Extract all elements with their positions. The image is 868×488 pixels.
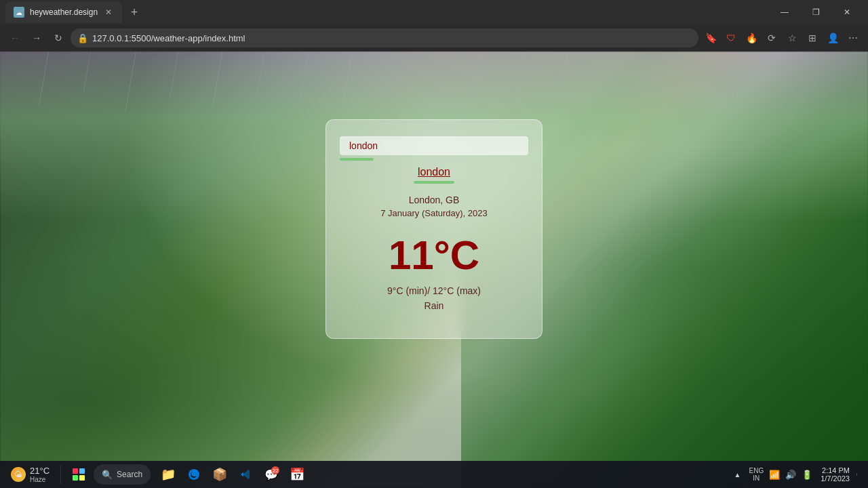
city-progress-bar [414,181,454,184]
time-widget[interactable]: 2:14 PM 1/7/2023 [818,466,852,483]
taskbar-separator-1 [60,465,61,484]
location-text: London, GB [409,195,460,205]
city-search-input[interactable] [340,136,528,155]
taskbar-system-tray: ▲ ENG IN 📶 🔊 🔋 2:14 PM 1/7/2023 [732,466,863,483]
show-desktop-button[interactable] [856,473,863,476]
taskbar-app-icons: 📁 📦 💬 22 📅 [153,462,729,487]
wifi-icon[interactable]: 📶 [768,468,781,481]
volume-icon[interactable]: 🔊 [784,468,797,481]
toolbar-icons: 🔖 🛡 🔥 ⟳ ☆ ⊞ 👤 ⋯ [701,28,863,47]
taskbar-search-text: Search [117,470,142,479]
sync-icon[interactable]: ⟳ [762,28,781,47]
close-button[interactable]: ✕ [831,0,863,24]
temperature-display: 11°C [389,232,479,279]
taskbar-search-box[interactable]: 🔍 Search [94,464,151,485]
extension-icon-red[interactable]: 🛡 [722,28,741,47]
webpage: london London, GB 7 January (Saturday), … [0,52,868,488]
taskbar: 🌤 21°C Haze 🔍 Search 📁 [0,461,868,488]
collections-icon[interactable]: ⊞ [803,28,822,47]
whatsapp-badge: 💬 22 [263,466,279,483]
whatsapp-notification-count: 22 [271,466,279,474]
city-link[interactable]: london [418,166,450,178]
taskbar-unknown-app-1[interactable]: 📦 [208,462,232,487]
extension-icon-fire[interactable]: 🔥 [742,28,761,47]
browser-chrome: ☁ heyweather.design ✕ + — ❐ ✕ ← → ↻ 🔒 12… [0,0,868,488]
address-text: 127.0.0.1:5500/weather-app/index.html [92,33,245,43]
language-indicator[interactable]: ENG IN [748,466,766,483]
tab-close-button[interactable]: ✕ [103,7,114,18]
taskbar-calendar[interactable]: 📅 [285,462,309,487]
weather-card: london London, GB 7 January (Saturday), … [326,119,542,339]
weather-condition: Rain [425,300,444,311]
star-icon[interactable]: ☆ [783,28,802,47]
taskbar-whatsapp[interactable]: 💬 22 [259,462,283,487]
new-tab-button[interactable]: + [125,3,144,22]
loading-progress [340,158,374,161]
taskbar-visual-studio[interactable] [233,462,258,487]
back-button[interactable]: ← [5,28,24,47]
date-display: 1/7/2023 [821,474,850,483]
maximize-button[interactable]: ❐ [800,0,831,24]
taskbar-temp: 21°C [30,466,50,476]
taskbar-search-icon: 🔍 [102,470,113,480]
system-icons: ENG IN 📶 🔊 🔋 [748,466,814,483]
taskbar-edge[interactable] [182,462,206,487]
profile-icon[interactable]: 👤 [823,28,842,47]
bookmark-icon[interactable]: 🔖 [701,28,720,47]
tab-title: heyweather.design [30,7,98,17]
lock-icon: 🔒 [77,33,88,43]
tray-expand-button[interactable]: ▲ [732,470,744,480]
forward-button[interactable]: → [27,28,46,47]
temp-range-text: 9°C (min)/ 12°C (max) [387,285,481,296]
windows-logo [73,468,85,481]
date-text: 7 January (Saturday), 2023 [380,208,488,218]
minimize-button[interactable]: — [769,0,800,24]
time-display: 2:14 PM [822,466,850,474]
address-input[interactable]: 🔒 127.0.0.1:5500/weather-app/index.html [71,28,698,47]
active-tab[interactable]: ☁ heyweather.design ✕ [5,1,122,23]
taskbar-weather-icon: 🌤 [11,467,26,482]
tab-bar: ☁ heyweather.design ✕ + — ❐ ✕ [0,0,868,24]
start-button[interactable] [66,462,91,487]
taskbar-file-explorer[interactable]: 📁 [156,462,180,487]
window-controls: — ❐ ✕ [769,0,863,24]
address-bar: ← → ↻ 🔒 127.0.0.1:5500/weather-app/index… [0,24,868,52]
taskbar-weather-widget[interactable]: 🌤 21°C Haze [5,466,55,483]
taskbar-weather-desc: Haze [30,476,50,483]
reload-button[interactable]: ↻ [49,28,68,47]
tab-favicon: ☁ [14,7,24,18]
battery-icon[interactable]: 🔋 [800,468,814,481]
more-icon[interactable]: ⋯ [844,28,863,47]
